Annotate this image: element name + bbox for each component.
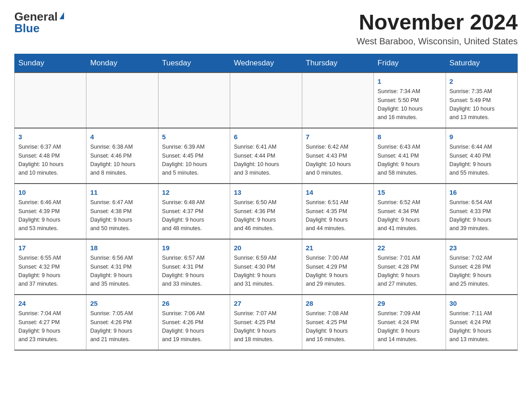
day-number: 2 (450, 77, 514, 87)
day-number: 30 (450, 299, 514, 309)
day-number: 4 (90, 132, 154, 142)
day-info: Sunrise: 6:57 AM Sunset: 4:31 PM Dayligh… (162, 254, 226, 289)
calendar-cell: 9Sunrise: 6:44 AM Sunset: 4:40 PM Daylig… (446, 128, 517, 184)
day-number: 19 (162, 243, 226, 253)
day-info: Sunrise: 6:46 AM Sunset: 4:39 PM Dayligh… (18, 198, 82, 233)
calendar-cell (15, 73, 86, 128)
day-number: 18 (90, 243, 154, 253)
calendar-week-row: 24Sunrise: 7:04 AM Sunset: 4:27 PM Dayli… (15, 295, 518, 350)
day-info: Sunrise: 6:43 AM Sunset: 4:41 PM Dayligh… (378, 143, 442, 178)
day-info: Sunrise: 7:35 AM Sunset: 5:49 PM Dayligh… (450, 87, 514, 122)
day-info: Sunrise: 6:39 AM Sunset: 4:45 PM Dayligh… (162, 143, 226, 178)
day-info: Sunrise: 7:34 AM Sunset: 5:50 PM Dayligh… (378, 87, 442, 122)
calendar-header-row: SundayMondayTuesdayWednesdayThursdayFrid… (15, 54, 518, 73)
logo-blue-text: Blue (14, 22, 39, 34)
day-info: Sunrise: 7:01 AM Sunset: 4:28 PM Dayligh… (378, 254, 442, 289)
day-number: 5 (162, 132, 226, 142)
calendar-cell: 16Sunrise: 6:54 AM Sunset: 4:33 PM Dayli… (446, 184, 517, 239)
day-number: 10 (18, 188, 82, 198)
calendar-cell: 7Sunrise: 6:42 AM Sunset: 4:43 PM Daylig… (302, 128, 373, 184)
day-number: 11 (90, 188, 154, 198)
day-number: 25 (90, 299, 154, 309)
day-number: 7 (306, 132, 370, 142)
day-number: 12 (162, 188, 226, 198)
day-number: 27 (234, 299, 298, 309)
calendar-cell (158, 73, 230, 128)
day-number: 21 (306, 243, 370, 253)
day-number: 14 (306, 188, 370, 198)
calendar-cell: 21Sunrise: 7:00 AM Sunset: 4:29 PM Dayli… (302, 239, 373, 295)
day-info: Sunrise: 6:50 AM Sunset: 4:36 PM Dayligh… (234, 198, 298, 233)
calendar-cell: 1Sunrise: 7:34 AM Sunset: 5:50 PM Daylig… (374, 73, 446, 128)
calendar-week-row: 3Sunrise: 6:37 AM Sunset: 4:48 PM Daylig… (15, 128, 518, 184)
day-number: 13 (234, 188, 298, 198)
day-info: Sunrise: 6:56 AM Sunset: 4:31 PM Dayligh… (90, 254, 154, 289)
day-info: Sunrise: 6:51 AM Sunset: 4:35 PM Dayligh… (306, 198, 370, 233)
calendar-cell: 19Sunrise: 6:57 AM Sunset: 4:31 PM Dayli… (158, 239, 230, 295)
day-number: 17 (18, 243, 82, 253)
calendar-cell: 20Sunrise: 6:59 AM Sunset: 4:30 PM Dayli… (230, 239, 302, 295)
calendar-week-row: 17Sunrise: 6:55 AM Sunset: 4:32 PM Dayli… (15, 239, 518, 295)
calendar-table: SundayMondayTuesdayWednesdayThursdayFrid… (14, 54, 518, 351)
day-number: 15 (378, 188, 442, 198)
calendar-cell: 29Sunrise: 7:09 AM Sunset: 4:24 PM Dayli… (374, 295, 446, 350)
day-number: 29 (378, 299, 442, 309)
calendar-cell: 18Sunrise: 6:56 AM Sunset: 4:31 PM Dayli… (86, 239, 158, 295)
day-number: 9 (450, 132, 514, 142)
calendar-cell (302, 73, 373, 128)
day-info: Sunrise: 6:44 AM Sunset: 4:40 PM Dayligh… (450, 143, 514, 178)
calendar-cell: 26Sunrise: 7:06 AM Sunset: 4:26 PM Dayli… (158, 295, 230, 350)
day-info: Sunrise: 7:07 AM Sunset: 4:25 PM Dayligh… (234, 309, 298, 344)
calendar-cell: 22Sunrise: 7:01 AM Sunset: 4:28 PM Dayli… (374, 239, 446, 295)
day-info: Sunrise: 7:04 AM Sunset: 4:27 PM Dayligh… (18, 309, 82, 344)
calendar-cell: 15Sunrise: 6:52 AM Sunset: 4:34 PM Dayli… (374, 184, 446, 239)
day-info: Sunrise: 6:52 AM Sunset: 4:34 PM Dayligh… (378, 198, 442, 233)
day-info: Sunrise: 6:37 AM Sunset: 4:48 PM Dayligh… (18, 143, 82, 178)
col-header-wednesday: Wednesday (230, 54, 302, 73)
logo-general-text: General (14, 11, 58, 22)
day-number: 26 (162, 299, 226, 309)
calendar-cell: 2Sunrise: 7:35 AM Sunset: 5:49 PM Daylig… (446, 73, 517, 128)
day-info: Sunrise: 7:05 AM Sunset: 4:26 PM Dayligh… (90, 309, 154, 344)
day-info: Sunrise: 7:09 AM Sunset: 4:24 PM Dayligh… (378, 309, 442, 344)
calendar-cell: 23Sunrise: 7:02 AM Sunset: 4:28 PM Dayli… (446, 239, 517, 295)
day-info: Sunrise: 7:11 AM Sunset: 4:24 PM Dayligh… (450, 309, 514, 344)
calendar-cell: 8Sunrise: 6:43 AM Sunset: 4:41 PM Daylig… (374, 128, 446, 184)
calendar-cell: 28Sunrise: 7:08 AM Sunset: 4:25 PM Dayli… (302, 295, 373, 350)
day-info: Sunrise: 6:42 AM Sunset: 4:43 PM Dayligh… (306, 143, 370, 178)
calendar-cell: 13Sunrise: 6:50 AM Sunset: 4:36 PM Dayli… (230, 184, 302, 239)
month-title: November 2024 (356, 11, 518, 34)
calendar-cell: 10Sunrise: 6:46 AM Sunset: 4:39 PM Dayli… (15, 184, 86, 239)
location-subtitle: West Baraboo, Wisconsin, United States (356, 36, 518, 47)
title-area: November 2024 West Baraboo, Wisconsin, U… (356, 11, 518, 47)
header: General Blue November 2024 West Baraboo,… (14, 11, 518, 47)
calendar-week-row: 10Sunrise: 6:46 AM Sunset: 4:39 PM Dayli… (15, 184, 518, 239)
calendar-cell: 30Sunrise: 7:11 AM Sunset: 4:24 PM Dayli… (446, 295, 517, 350)
calendar-cell: 3Sunrise: 6:37 AM Sunset: 4:48 PM Daylig… (15, 128, 86, 184)
day-number: 22 (378, 243, 442, 253)
calendar-week-row: 1Sunrise: 7:34 AM Sunset: 5:50 PM Daylig… (15, 73, 518, 128)
day-number: 3 (18, 132, 82, 142)
day-info: Sunrise: 6:55 AM Sunset: 4:32 PM Dayligh… (18, 254, 82, 289)
calendar-cell: 11Sunrise: 6:47 AM Sunset: 4:38 PM Dayli… (86, 184, 158, 239)
col-header-thursday: Thursday (302, 54, 373, 73)
calendar-cell: 6Sunrise: 6:41 AM Sunset: 4:44 PM Daylig… (230, 128, 302, 184)
calendar-cell: 27Sunrise: 7:07 AM Sunset: 4:25 PM Dayli… (230, 295, 302, 350)
col-header-sunday: Sunday (15, 54, 86, 73)
day-info: Sunrise: 6:59 AM Sunset: 4:30 PM Dayligh… (234, 254, 298, 289)
col-header-friday: Friday (374, 54, 446, 73)
calendar-cell: 4Sunrise: 6:38 AM Sunset: 4:46 PM Daylig… (86, 128, 158, 184)
day-info: Sunrise: 7:00 AM Sunset: 4:29 PM Dayligh… (306, 254, 370, 289)
calendar-cell: 14Sunrise: 6:51 AM Sunset: 4:35 PM Dayli… (302, 184, 373, 239)
calendar-cell (230, 73, 302, 128)
calendar-cell: 12Sunrise: 6:48 AM Sunset: 4:37 PM Dayli… (158, 184, 230, 239)
calendar-cell: 24Sunrise: 7:04 AM Sunset: 4:27 PM Dayli… (15, 295, 86, 350)
calendar-cell (86, 73, 158, 128)
day-number: 20 (234, 243, 298, 253)
logo: General Blue (14, 11, 64, 34)
day-info: Sunrise: 6:48 AM Sunset: 4:37 PM Dayligh… (162, 198, 226, 233)
day-number: 28 (306, 299, 370, 309)
day-number: 6 (234, 132, 298, 142)
day-number: 24 (18, 299, 82, 309)
day-info: Sunrise: 7:08 AM Sunset: 4:25 PM Dayligh… (306, 309, 370, 344)
